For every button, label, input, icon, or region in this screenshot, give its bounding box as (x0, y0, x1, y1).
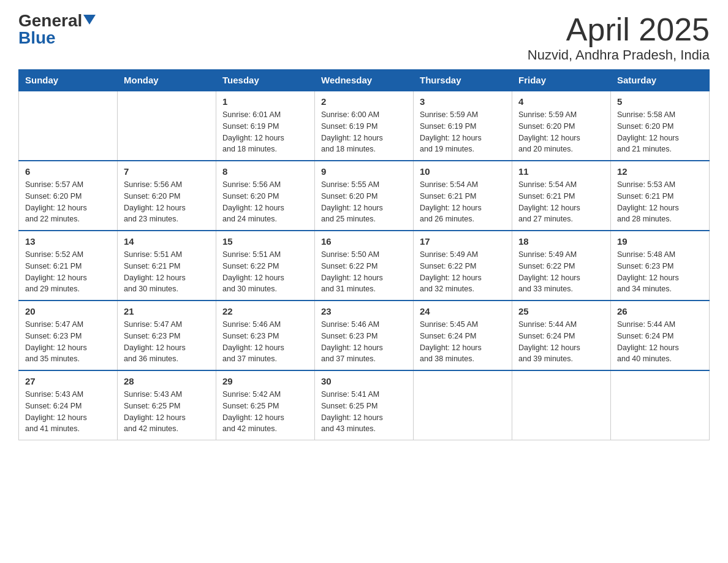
day-info: Sunrise: 5:56 AM Sunset: 6:20 PM Dayligh… (222, 179, 308, 225)
calendar-day-30: 30Sunrise: 5:41 AM Sunset: 6:25 PM Dayli… (315, 370, 414, 440)
calendar-empty-cell (118, 91, 216, 161)
day-info: Sunrise: 5:56 AM Sunset: 6:20 PM Dayligh… (124, 179, 210, 225)
calendar-day-12: 12Sunrise: 5:53 AM Sunset: 6:21 PM Dayli… (611, 161, 710, 231)
calendar-day-13: 13Sunrise: 5:52 AM Sunset: 6:21 PM Dayli… (19, 231, 118, 301)
day-info: Sunrise: 5:59 AM Sunset: 6:19 PM Dayligh… (420, 109, 506, 155)
day-number: 3 (420, 96, 506, 107)
calendar-day-22: 22Sunrise: 5:46 AM Sunset: 6:23 PM Dayli… (216, 301, 315, 370)
day-number: 10 (420, 166, 506, 177)
calendar-empty-cell (512, 370, 611, 440)
weekday-header-row: SundayMondayTuesdayWednesdayThursdayFrid… (19, 70, 710, 91)
day-info: Sunrise: 5:41 AM Sunset: 6:25 PM Dayligh… (321, 389, 407, 435)
day-number: 16 (321, 236, 407, 247)
weekday-header-thursday: Thursday (414, 70, 512, 91)
calendar-week-row: 13Sunrise: 5:52 AM Sunset: 6:21 PM Dayli… (19, 231, 710, 301)
calendar-empty-cell (414, 370, 512, 440)
day-number: 27 (25, 376, 111, 386)
page-header: General Blue April 2025 Nuzvid, Andhra P… (18, 12, 710, 63)
calendar-day-17: 17Sunrise: 5:49 AM Sunset: 6:22 PM Dayli… (414, 231, 512, 301)
calendar-week-row: 27Sunrise: 5:43 AM Sunset: 6:24 PM Dayli… (19, 370, 710, 440)
calendar-day-28: 28Sunrise: 5:43 AM Sunset: 6:25 PM Dayli… (118, 370, 216, 440)
calendar-day-4: 4Sunrise: 5:59 AM Sunset: 6:20 PM Daylig… (512, 91, 611, 161)
day-number: 30 (321, 376, 407, 386)
day-info: Sunrise: 5:51 AM Sunset: 6:21 PM Dayligh… (124, 249, 210, 295)
day-number: 29 (222, 376, 308, 386)
title-block: April 2025 Nuzvid, Andhra Pradesh, India (528, 12, 710, 63)
day-number: 9 (321, 166, 407, 177)
weekday-header-friday: Friday (512, 70, 611, 91)
day-info: Sunrise: 5:57 AM Sunset: 6:20 PM Dayligh… (25, 179, 111, 225)
calendar-day-18: 18Sunrise: 5:49 AM Sunset: 6:22 PM Dayli… (512, 231, 611, 301)
calendar-day-25: 25Sunrise: 5:44 AM Sunset: 6:24 PM Dayli… (512, 301, 611, 370)
day-info: Sunrise: 5:49 AM Sunset: 6:22 PM Dayligh… (518, 249, 604, 295)
calendar-day-6: 6Sunrise: 5:57 AM Sunset: 6:20 PM Daylig… (19, 161, 118, 231)
day-info: Sunrise: 6:01 AM Sunset: 6:19 PM Dayligh… (222, 109, 308, 155)
calendar-week-row: 1Sunrise: 6:01 AM Sunset: 6:19 PM Daylig… (19, 91, 710, 161)
logo-general-text: General (18, 12, 82, 29)
day-info: Sunrise: 5:47 AM Sunset: 6:23 PM Dayligh… (124, 319, 210, 365)
day-info: Sunrise: 5:42 AM Sunset: 6:25 PM Dayligh… (222, 389, 308, 435)
day-number: 22 (222, 306, 308, 316)
day-number: 18 (518, 236, 604, 247)
day-info: Sunrise: 5:55 AM Sunset: 6:20 PM Dayligh… (321, 179, 407, 225)
weekday-header-sunday: Sunday (19, 70, 118, 91)
day-number: 14 (124, 236, 210, 247)
calendar-day-20: 20Sunrise: 5:47 AM Sunset: 6:23 PM Dayli… (19, 301, 118, 370)
day-number: 1 (222, 96, 308, 107)
calendar-day-2: 2Sunrise: 6:00 AM Sunset: 6:19 PM Daylig… (315, 91, 414, 161)
calendar-day-3: 3Sunrise: 5:59 AM Sunset: 6:19 PM Daylig… (414, 91, 512, 161)
day-number: 8 (222, 166, 308, 177)
day-number: 28 (124, 376, 210, 386)
day-info: Sunrise: 5:54 AM Sunset: 6:21 PM Dayligh… (518, 179, 604, 225)
day-info: Sunrise: 5:51 AM Sunset: 6:22 PM Dayligh… (222, 249, 308, 295)
calendar-day-7: 7Sunrise: 5:56 AM Sunset: 6:20 PM Daylig… (118, 161, 216, 231)
calendar-empty-cell (611, 370, 710, 440)
day-number: 6 (25, 166, 111, 177)
day-info: Sunrise: 5:49 AM Sunset: 6:22 PM Dayligh… (420, 249, 506, 295)
day-number: 13 (25, 236, 111, 247)
calendar-table: SundayMondayTuesdayWednesdayThursdayFrid… (18, 69, 710, 440)
day-number: 5 (617, 96, 703, 107)
calendar-day-16: 16Sunrise: 5:50 AM Sunset: 6:22 PM Dayli… (315, 231, 414, 301)
calendar-day-10: 10Sunrise: 5:54 AM Sunset: 6:21 PM Dayli… (414, 161, 512, 231)
weekday-header-monday: Monday (118, 70, 216, 91)
calendar-day-15: 15Sunrise: 5:51 AM Sunset: 6:22 PM Dayli… (216, 231, 315, 301)
day-info: Sunrise: 5:58 AM Sunset: 6:20 PM Dayligh… (617, 109, 703, 155)
day-number: 2 (321, 96, 407, 107)
weekday-header-wednesday: Wednesday (315, 70, 414, 91)
day-number: 15 (222, 236, 308, 247)
day-number: 21 (124, 306, 210, 316)
day-info: Sunrise: 5:44 AM Sunset: 6:24 PM Dayligh… (518, 319, 604, 365)
calendar-day-11: 11Sunrise: 5:54 AM Sunset: 6:21 PM Dayli… (512, 161, 611, 231)
calendar-day-23: 23Sunrise: 5:46 AM Sunset: 6:23 PM Dayli… (315, 301, 414, 370)
day-number: 12 (617, 166, 703, 177)
day-info: Sunrise: 5:46 AM Sunset: 6:23 PM Dayligh… (321, 319, 407, 365)
day-number: 24 (420, 306, 506, 316)
day-number: 25 (518, 306, 604, 316)
day-info: Sunrise: 5:43 AM Sunset: 6:25 PM Dayligh… (124, 389, 210, 435)
day-number: 17 (420, 236, 506, 247)
calendar-day-21: 21Sunrise: 5:47 AM Sunset: 6:23 PM Dayli… (118, 301, 216, 370)
day-info: Sunrise: 5:47 AM Sunset: 6:23 PM Dayligh… (25, 319, 111, 365)
day-info: Sunrise: 5:52 AM Sunset: 6:21 PM Dayligh… (25, 249, 111, 295)
calendar-empty-cell (19, 91, 118, 161)
calendar-week-row: 6Sunrise: 5:57 AM Sunset: 6:20 PM Daylig… (19, 161, 710, 231)
day-info: Sunrise: 5:48 AM Sunset: 6:23 PM Dayligh… (617, 249, 703, 295)
calendar-day-5: 5Sunrise: 5:58 AM Sunset: 6:20 PM Daylig… (611, 91, 710, 161)
month-title: April 2025 (528, 12, 710, 47)
day-info: Sunrise: 5:50 AM Sunset: 6:22 PM Dayligh… (321, 249, 407, 295)
calendar-week-row: 20Sunrise: 5:47 AM Sunset: 6:23 PM Dayli… (19, 301, 710, 370)
day-number: 11 (518, 166, 604, 177)
day-info: Sunrise: 5:44 AM Sunset: 6:24 PM Dayligh… (617, 319, 703, 365)
calendar-day-27: 27Sunrise: 5:43 AM Sunset: 6:24 PM Dayli… (19, 370, 118, 440)
calendar-day-26: 26Sunrise: 5:44 AM Sunset: 6:24 PM Dayli… (611, 301, 710, 370)
logo-triangle-icon (83, 15, 96, 25)
day-info: Sunrise: 5:53 AM Sunset: 6:21 PM Dayligh… (617, 179, 703, 225)
calendar-day-1: 1Sunrise: 6:01 AM Sunset: 6:19 PM Daylig… (216, 91, 315, 161)
calendar-day-9: 9Sunrise: 5:55 AM Sunset: 6:20 PM Daylig… (315, 161, 414, 231)
day-number: 4 (518, 96, 604, 107)
logo-blue-text: Blue (18, 29, 56, 47)
day-info: Sunrise: 5:54 AM Sunset: 6:21 PM Dayligh… (420, 179, 506, 225)
weekday-header-saturday: Saturday (611, 70, 710, 91)
day-number: 7 (124, 166, 210, 177)
